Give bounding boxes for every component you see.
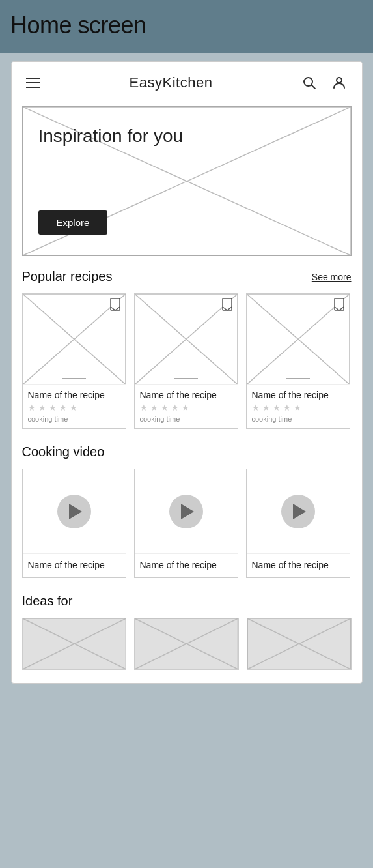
video-name: Name of the recipe	[28, 559, 120, 571]
play-button[interactable]	[169, 495, 203, 528]
bookmark-icon[interactable]	[110, 298, 120, 313]
video-card[interactable]: Name of the recipe	[134, 469, 238, 578]
star: ★	[161, 403, 170, 412]
idea-image-placeholder	[23, 618, 126, 669]
see-more-popular-button[interactable]: See more	[312, 272, 352, 282]
recipe-name: Name of the recipe	[140, 389, 232, 401]
star: ★	[182, 403, 191, 412]
svg-line-1	[312, 85, 316, 89]
cooking-time: cooking time	[252, 415, 344, 423]
svg-point-2	[337, 78, 342, 83]
idea-card[interactable]	[22, 618, 127, 670]
video-info: Name of the recipe	[23, 554, 126, 577]
star: ★	[150, 403, 159, 412]
phone-frame: EasyKitchen Inspiration for you E	[11, 61, 363, 684]
cooking-video-section: Cooking video Name of the recipe	[12, 444, 362, 594]
cooking-time: cooking time	[140, 415, 232, 423]
ideas-for-title: Ideas for	[22, 594, 352, 609]
search-button[interactable]	[300, 74, 318, 92]
image-divider	[286, 378, 310, 379]
popular-recipes-section: Popular recipes See more	[12, 269, 362, 444]
cooking-time: cooking time	[28, 415, 120, 423]
star: ★	[171, 403, 180, 412]
popular-recipes-row: Name of the recipe ★ ★ ★ ★ ★ cooking tim…	[22, 293, 352, 431]
idea-image-placeholder	[247, 618, 351, 669]
hero-text: Inspiration for you	[38, 125, 184, 147]
star: ★	[70, 403, 79, 412]
play-icon	[69, 504, 82, 519]
star: ★	[283, 403, 292, 412]
recipe-card-image	[135, 294, 238, 385]
video-cards-row: Name of the recipe Name of the recipe	[22, 469, 352, 581]
video-name: Name of the recipe	[140, 559, 232, 571]
video-thumbnail	[135, 469, 238, 554]
profile-button[interactable]	[330, 74, 348, 92]
play-button[interactable]	[281, 495, 315, 528]
image-divider	[62, 378, 86, 379]
star: ★	[59, 403, 68, 412]
ideas-for-section: Ideas for	[12, 594, 362, 683]
star: ★	[140, 403, 149, 412]
recipe-card-image	[247, 294, 350, 385]
idea-card[interactable]	[134, 618, 239, 670]
star: ★	[38, 403, 48, 412]
idea-image-placeholder	[135, 618, 238, 669]
cooking-video-title: Cooking video	[22, 444, 105, 459]
recipe-card[interactable]: Name of the recipe ★ ★ ★ ★ ★ cooking tim…	[134, 293, 238, 429]
app-header: EasyKitchen	[12, 62, 362, 101]
page-title: Home screen	[10, 12, 363, 39]
bookmark-icon[interactable]	[222, 298, 232, 313]
video-thumbnail	[23, 469, 126, 554]
hero-banner: Inspiration for you Explore	[22, 106, 352, 256]
video-thumbnail	[247, 469, 350, 554]
idea-card[interactable]	[247, 618, 352, 670]
star: ★	[252, 403, 261, 412]
search-icon	[301, 75, 317, 91]
section-header-video: Cooking video	[22, 444, 352, 459]
header-icons	[300, 74, 348, 92]
recipe-stars: ★ ★ ★ ★ ★	[28, 403, 120, 412]
page-title-bar: Home screen	[0, 0, 373, 53]
video-card[interactable]: Name of the recipe	[246, 469, 350, 578]
popular-recipes-title: Popular recipes	[22, 269, 113, 284]
menu-button[interactable]	[25, 76, 42, 89]
image-divider	[174, 378, 198, 379]
recipe-card[interactable]: Name of the recipe ★ ★ ★ ★ ★ cooking tim…	[246, 293, 350, 429]
star: ★	[294, 403, 303, 412]
star: ★	[262, 403, 271, 412]
profile-icon	[331, 75, 347, 91]
recipe-name: Name of the recipe	[252, 389, 344, 401]
bookmark-icon[interactable]	[334, 298, 344, 313]
ideas-row	[22, 618, 352, 670]
section-header-popular: Popular recipes See more	[22, 269, 352, 284]
play-button[interactable]	[57, 495, 91, 528]
play-icon	[181, 504, 194, 519]
star: ★	[273, 403, 282, 412]
recipe-stars: ★ ★ ★ ★ ★	[140, 403, 232, 412]
star: ★	[49, 403, 58, 412]
video-card[interactable]: Name of the recipe	[22, 469, 126, 578]
recipe-name: Name of the recipe	[28, 389, 120, 401]
recipe-card-info: Name of the recipe ★ ★ ★ ★ ★ cooking tim…	[247, 385, 350, 428]
play-icon	[293, 504, 306, 519]
recipe-card-image	[23, 294, 126, 385]
star: ★	[28, 403, 37, 412]
recipe-card-info: Name of the recipe ★ ★ ★ ★ ★ cooking tim…	[23, 385, 126, 428]
video-info: Name of the recipe	[135, 554, 238, 577]
video-name: Name of the recipe	[252, 559, 344, 571]
video-info: Name of the recipe	[247, 554, 350, 577]
recipe-stars: ★ ★ ★ ★ ★	[252, 403, 344, 412]
app-logo: EasyKitchen	[130, 74, 213, 91]
recipe-card[interactable]: Name of the recipe ★ ★ ★ ★ ★ cooking tim…	[22, 293, 126, 429]
explore-button[interactable]: Explore	[38, 210, 108, 235]
recipe-card-info: Name of the recipe ★ ★ ★ ★ ★ cooking tim…	[135, 385, 238, 428]
